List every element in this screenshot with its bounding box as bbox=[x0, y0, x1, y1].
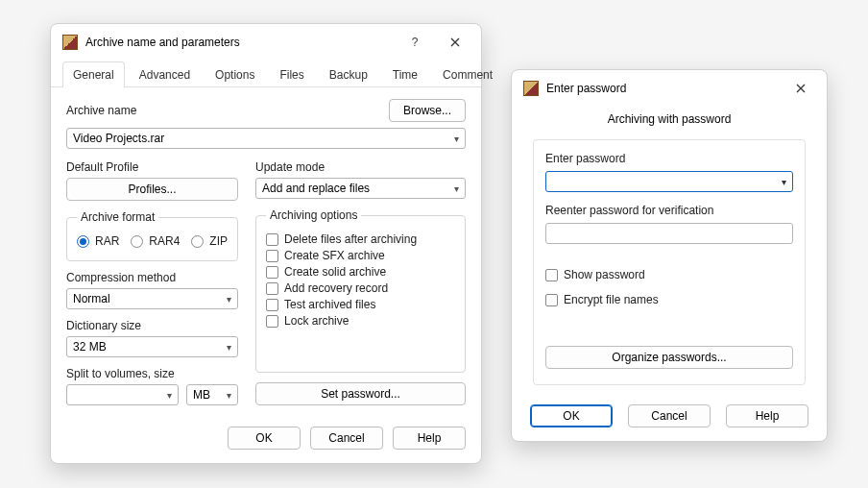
titlebar: Archive name and parameters ? bbox=[51, 24, 481, 59]
reenter-password-label: Reenter password for verification bbox=[545, 204, 793, 217]
chevron-down-icon: ▾ bbox=[454, 134, 459, 144]
archive-params-dialog: Archive name and parameters ? General Ad… bbox=[50, 23, 482, 464]
enter-password-dialog: Enter password Archiving with password E… bbox=[511, 69, 828, 442]
reenter-password-input[interactable] bbox=[545, 223, 793, 244]
help-button[interactable]: Help bbox=[726, 404, 808, 427]
password-subtitle: Archiving with password bbox=[512, 105, 827, 130]
profiles-button[interactable]: Profiles... bbox=[66, 178, 238, 201]
archive-name-value: Video Projects.rar bbox=[73, 132, 164, 145]
opt-create-sfx[interactable]: Create SFX archive bbox=[266, 249, 455, 262]
default-profile-label: Default Profile bbox=[66, 160, 238, 174]
opt-delete-after[interactable]: Delete files after archiving bbox=[266, 232, 455, 246]
format-zip-radio[interactable]: ZIP bbox=[191, 234, 228, 248]
format-rar4-radio[interactable]: RAR4 bbox=[131, 234, 180, 248]
chevron-down-icon: ▾ bbox=[227, 294, 231, 305]
archive-name-input[interactable]: Video Projects.rar ▾ bbox=[66, 128, 466, 149]
archive-name-label: Archive name bbox=[66, 104, 136, 117]
tab-files[interactable]: Files bbox=[269, 61, 314, 87]
compression-select[interactable]: Normal▾ bbox=[66, 288, 238, 309]
compression-label: Compression method bbox=[66, 271, 238, 284]
tab-comment[interactable]: Comment bbox=[432, 61, 503, 87]
opt-lock-archive[interactable]: Lock archive bbox=[266, 314, 455, 328]
encrypt-filenames-check[interactable]: Encrypt file names bbox=[545, 293, 793, 306]
help-button[interactable]: Help bbox=[393, 427, 466, 450]
dialog-title: Archive name and parameters bbox=[85, 36, 391, 49]
cancel-button[interactable]: Cancel bbox=[628, 404, 711, 427]
set-password-button[interactable]: Set password... bbox=[255, 382, 466, 405]
app-icon bbox=[62, 35, 78, 50]
password-group: Enter password ▾ Reenter password for ve… bbox=[533, 139, 806, 385]
ok-button[interactable]: OK bbox=[228, 427, 301, 450]
help-icon[interactable]: ? bbox=[398, 32, 431, 53]
opt-create-solid[interactable]: Create solid archive bbox=[266, 265, 455, 279]
close-icon[interactable] bbox=[439, 32, 471, 53]
update-mode-select[interactable]: Add and replace files▾ bbox=[255, 178, 466, 199]
tab-time[interactable]: Time bbox=[382, 61, 428, 87]
dialog-footer: OK Cancel Help bbox=[51, 419, 481, 463]
tab-backup[interactable]: Backup bbox=[319, 61, 378, 87]
archiving-options-group: Archiving options Delete files after arc… bbox=[255, 208, 466, 373]
chevron-down-icon: ▾ bbox=[782, 177, 786, 187]
dialog-title: Enter password bbox=[546, 82, 777, 95]
enter-password-label: Enter password bbox=[545, 152, 793, 165]
dictionary-select[interactable]: 32 MB▾ bbox=[66, 336, 238, 357]
titlebar: Enter password bbox=[512, 70, 827, 105]
archive-format-group: Archive format RAR RAR4 ZIP bbox=[66, 210, 238, 261]
cancel-button[interactable]: Cancel bbox=[310, 427, 383, 450]
app-icon bbox=[523, 81, 539, 96]
dictionary-label: Dictionary size bbox=[66, 319, 238, 332]
tab-general[interactable]: General bbox=[62, 61, 125, 87]
chevron-down-icon: ▾ bbox=[227, 342, 231, 353]
tab-advanced[interactable]: Advanced bbox=[129, 61, 201, 87]
chevron-down-icon: ▾ bbox=[167, 390, 172, 401]
opt-test-archived[interactable]: Test archived files bbox=[266, 298, 455, 311]
split-label: Split to volumes, size bbox=[66, 367, 238, 380]
archive-format-legend: Archive format bbox=[77, 210, 158, 224]
organize-passwords-button[interactable]: Organize passwords... bbox=[545, 346, 793, 369]
opt-recovery-record[interactable]: Add recovery record bbox=[266, 281, 455, 295]
ok-button[interactable]: OK bbox=[530, 404, 613, 427]
split-size-input[interactable]: ▾ bbox=[66, 384, 179, 405]
archiving-options-legend: Archiving options bbox=[266, 208, 361, 222]
split-unit-select[interactable]: MB▾ bbox=[186, 384, 238, 405]
format-rar-radio[interactable]: RAR bbox=[77, 234, 119, 248]
tabs: General Advanced Options Files Backup Ti… bbox=[51, 61, 481, 87]
chevron-down-icon: ▾ bbox=[227, 390, 231, 401]
enter-password-input[interactable]: ▾ bbox=[545, 171, 793, 192]
update-mode-label: Update mode bbox=[255, 160, 466, 174]
close-icon[interactable] bbox=[784, 78, 817, 99]
show-password-check[interactable]: Show password bbox=[545, 268, 793, 281]
tab-options[interactable]: Options bbox=[205, 61, 265, 87]
chevron-down-icon: ▾ bbox=[454, 183, 459, 194]
browse-button[interactable]: Browse... bbox=[389, 99, 466, 122]
dialog-footer: OK Cancel Help bbox=[512, 397, 827, 441]
